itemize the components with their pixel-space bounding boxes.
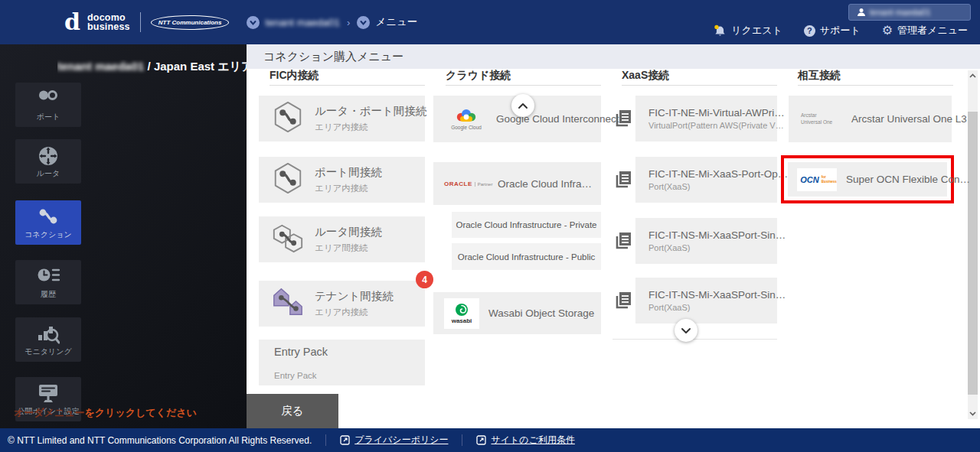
hexagon-link-icon (271, 99, 305, 138)
ntt-communications-logo: NTT Communications (151, 15, 230, 30)
footer-divider (325, 434, 326, 446)
header-nav: リクエスト ? サポート ⚙ 管理者メニュー (714, 24, 968, 37)
ports-icon (15, 89, 81, 102)
notification-badge: 4 (416, 271, 433, 288)
admin-menu-nav-item[interactable]: ⚙ 管理者メニュー (882, 24, 968, 37)
sidebar-item-router[interactable]: ルータ (15, 139, 81, 184)
chevron-down-icon (681, 327, 691, 334)
breadcrumb-tenant[interactable]: tenant maeda01 (265, 17, 340, 28)
footer-divider (462, 434, 462, 446)
hint-visible-part: をクリックしてください (85, 407, 197, 418)
back-button[interactable]: 戻る (247, 394, 338, 428)
sidebar: tenant maeda01 / Japan East エリアヒ ポート ルータ… (0, 44, 247, 428)
scrollbar-thumb[interactable] (968, 112, 978, 395)
sidebar-item-public-point[interactable]: 公開ポイント設定 (15, 377, 81, 421)
card-arcstar-universal-one[interactable]: Arcstar Universal One Arcstar Universal … (789, 96, 952, 142)
chevron-up-icon (518, 102, 528, 109)
connection-purchase-panel: コネクション購入メニュー FIC内接続 クラウド接続 XaaS接続 相互接続 ル… (247, 44, 980, 428)
chevron-down-icon[interactable] (357, 16, 370, 29)
breadcrumb-separator: › (347, 17, 350, 28)
monitoring-icon (15, 324, 81, 345)
card-oracle-cloud[interactable]: ORACLE Partner Oracle Cloud Infra… (433, 162, 601, 205)
bell-icon (714, 24, 727, 37)
card-xaas-1[interactable]: FIC-IT-NE-Mi-XaaS-Port-Op… Port(XaaS) (635, 157, 777, 203)
panel-content: FIC内接続 クラウド接続 XaaS接続 相互接続 ルータ・ポート間接続 エリア… (247, 69, 980, 428)
google-cloud-logo: Google Cloud (444, 108, 488, 130)
breadcrumb: tenant maeda01 › メニュー (247, 15, 417, 29)
xaas-row: FIC-IT-NE-Mi-Virtual-AWPri… VirtualPort(… (612, 96, 777, 142)
history-icon (15, 266, 81, 284)
xaas-row: FIC-IT-NE-Mi-XaaS-Port-Op… Port(XaaS) (612, 157, 777, 203)
public-point-icon (15, 383, 81, 404)
footer: © NTT Limited and NTT Communications Cor… (0, 428, 980, 452)
chevron-down-icon[interactable] (247, 16, 260, 29)
sidebar-item-connection[interactable]: コネクション (15, 200, 81, 245)
subcard-oracle-private[interactable]: Oracle Cloud Infrastructure - Private (452, 212, 601, 238)
card-entry-pack[interactable]: Entry Pack Entry Pack (259, 340, 425, 385)
tenant-houses-icon (271, 286, 305, 321)
external-link-icon (476, 435, 486, 445)
request-nav-item[interactable]: リクエスト (714, 24, 782, 37)
scrollbar-up-arrow[interactable] (968, 70, 978, 81)
card-text: ルータ・ポート間接続 エリア内接続 (315, 104, 426, 133)
column-header-xaas: XaaS接続 (622, 69, 777, 86)
scroll-down-button[interactable] (675, 319, 697, 342)
breadcrumb-menu[interactable]: メニュー (375, 15, 417, 29)
stacked-docs-icon (612, 289, 634, 314)
sidebar-item-monitoring[interactable]: モニタリング (15, 317, 81, 362)
brand-divider (140, 12, 141, 32)
card-xaas-2[interactable]: FIC-IT-NS-Mi-XaaSPort-Sin… Port(XaaS) (635, 218, 777, 264)
arcstar-logo: Arcstar Universal One (801, 112, 841, 125)
ocn-logo: OCN for Business (797, 168, 837, 191)
column-header-cloud: クラウド接続 (446, 69, 601, 86)
top-header: d docomo business NTT Communications ten… (0, 0, 980, 44)
double-hexagon-icon (271, 220, 305, 259)
sidebar-item-history[interactable]: 履歴 (15, 260, 81, 304)
scroll-up-button[interactable] (511, 94, 534, 117)
xaas-row: FIC-IT-NS-Mi-XaaSPort-Sin… Port(XaaS) (612, 278, 777, 324)
privacy-policy-link[interactable]: プライバシーポリシー (340, 434, 448, 447)
oracle-partner-logo: ORACLE Partner (444, 180, 492, 187)
tenant-area-title: tenant maeda01 / Japan East エリアヒ (57, 60, 247, 74)
card-router-port-connection[interactable]: ルータ・ポート間接続 エリア内接続 (259, 96, 425, 141)
docomo-logo-icon: d (64, 12, 80, 32)
hexagon-link-icon (271, 161, 305, 199)
column-header-fic: FIC内接続 (270, 69, 425, 86)
panel-title: コネクション購入メニュー (247, 44, 980, 69)
card-super-ocn-flexible[interactable]: OCN for Business Super OCN Flexible Con… (788, 162, 947, 197)
scrollbar-down-arrow[interactable] (968, 408, 978, 419)
card-text: テナント間接続 エリア内接続 (315, 289, 394, 318)
tenant-name: tenant maeda01 (57, 60, 144, 73)
person-icon (857, 8, 866, 17)
stacked-docs-icon (612, 168, 634, 193)
column-separator-line (612, 339, 777, 340)
xaas-row: FIC-IT-NS-Mi-XaaSPort-Sin… Port(XaaS) (612, 218, 777, 265)
stacked-docs-icon (612, 229, 634, 254)
external-link-icon (340, 435, 350, 445)
column-header-inter: 相互接続 (798, 69, 953, 86)
card-xaas-0[interactable]: FIC-IT-NE-Mi-Virtual-AWPri… VirtualPort(… (635, 96, 777, 141)
card-tenant-connection[interactable]: テナント間接続 エリア内接続 (259, 281, 425, 327)
card-router-connection[interactable]: ルータ間接続 エリア間接続 (259, 216, 425, 262)
card-text: ポート間接続 エリア内接続 (315, 165, 382, 194)
highlight-red-frame: OCN for Business Super OCN Flexible Con… (781, 155, 954, 203)
card-wasabi-object-storage[interactable]: wasabi Wasabi Object Storage (433, 292, 601, 334)
user-badge-label: tenant maeda01 (870, 8, 931, 17)
panel-scrollbar[interactable] (968, 70, 978, 419)
area-name: / Japan East エリアヒ (144, 60, 247, 73)
card-port-connection[interactable]: ポート間接続 エリア内接続 (259, 157, 425, 203)
brand-row: d docomo business NTT Communications ten… (64, 0, 417, 44)
sidebar-item-port[interactable]: ポート (15, 83, 81, 127)
question-icon: ? (804, 25, 815, 37)
support-nav-item[interactable]: ? サポート (804, 24, 861, 37)
copyright-text: © NTT Limited and NTT Communications Cor… (8, 435, 312, 446)
card-xaas-3[interactable]: FIC-IT-NS-Mi-XaaSPort-Sin… Port(XaaS) (635, 278, 777, 324)
docomo-business-wordmark: docomo business (87, 13, 130, 31)
card-text: ルータ間接続 エリア間接続 (315, 225, 382, 254)
wasabi-logo: wasabi (444, 298, 479, 329)
terms-link[interactable]: サイトのご利用条件 (476, 434, 574, 447)
router-icon (15, 145, 81, 167)
connection-icon (15, 206, 81, 226)
subcard-oracle-public[interactable]: Oracle Cloud Infrastructure - Public (452, 243, 601, 270)
user-account-badge[interactable]: tenant maeda01 (848, 4, 971, 21)
